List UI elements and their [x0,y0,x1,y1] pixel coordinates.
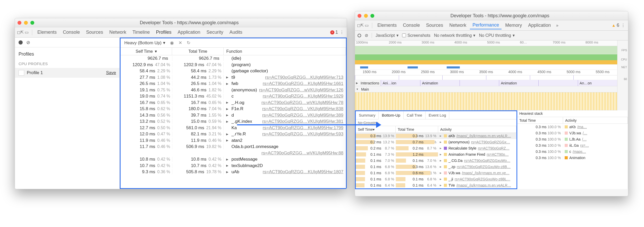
expand-icon[interactable]: ▶ [440,135,442,137]
source-link[interactable]: rs=ACT90oGqRZGG…VKUIgM95Hw:381 [262,119,346,124]
source-link[interactable]: rs=ACT90oGqRZGG…KUIgM95Hw:1807 [263,169,346,174]
tab-application[interactable]: Application [175,29,203,36]
tab-sources[interactable]: Sources [423,22,446,29]
inspect-icon[interactable]: ◻⇱ [357,23,363,28]
tab-performance[interactable]: Performance [470,21,502,29]
tab-elements[interactable]: Elements [375,22,399,29]
error-badge[interactable]: ×1 [330,30,338,35]
source-link[interactable]: /ma… [577,125,587,129]
expand-icon[interactable]: ▶ [355,82,359,84]
restore-icon[interactable]: ↻ [187,40,190,46]
cpu-overview[interactable] [355,54,617,65]
tab-event-log[interactable]: Event Log [426,111,450,119]
table-row[interactable]: 0.1 ms7.3 %1.2 ms64.7 %▶Animation Frame … [356,151,516,158]
source-link[interactable]: rs=ACT90oGqRZGG…wVKUIgM95Hw:126 [259,88,346,93]
expand-icon[interactable]: ▶ [226,133,229,136]
source-link[interactable]: rs=ACT90oGqRZGGxuWo-z8B… [457,165,511,169]
table-row[interactable]: 19.1 ms0.75 %46.6 ms1.82 %(anonymous)rs=… [121,87,346,93]
interactions-track[interactable]: ▶ Interactions Ani…ion Animation Animati… [355,80,617,86]
source-link[interactable]: /… [583,131,587,135]
collapse-icon[interactable]: ▼ [355,88,360,91]
col-total-time[interactable]: Total Time [396,126,438,133]
table-row[interactable]: 0.3 ms100.0 %aKb /ma… [517,124,628,130]
table-row[interactable]: 0.1 ms6.8 %0.6 ms34.1 %▶VJb.wa /maps/_/j… [356,170,516,176]
minimize-icon[interactable] [364,14,368,18]
expand-icon[interactable]: ▶ [226,114,229,117]
table-row[interactable]: 0.2 ms8.7 %0.2 ms8.7 %▶Recalculate Style… [356,145,516,151]
tab-memory[interactable]: Memory [503,22,524,29]
table-row[interactable]: 0.1 ms6.8 %0.3 ms13.6 %▶_.zp rs=ACT90oGq… [356,164,516,170]
device-icon[interactable]: ▭ [364,23,369,28]
table-row[interactable]: 0.1 ms6.8 %0.1 ms6.8 %▶_.ji rs=ACT90oGqR… [356,176,516,182]
clear-icon[interactable]: ⊘ [365,33,368,38]
table-row[interactable]: 0.3 ms100.0 %c /maps… [517,149,628,155]
source-link[interactable]: /maps/_/js/k=maps.m.en.yeALR… [456,183,511,187]
expand-icon[interactable]: ▶ [226,139,229,142]
expand-icon[interactable]: ▶ [226,76,229,79]
table-row[interactable]: 15.8 ms0.62 %180.0 ms7.04 %▶F1e.Rrs=ACT9… [121,106,346,112]
expand-icon[interactable]: ▶ [226,164,229,167]
main-track-header[interactable]: ▼ Main [355,86,617,92]
table-row[interactable]: 0.3 ms100.0 %VJb.wa /… [517,130,628,136]
source-link[interactable]: /… [582,137,587,141]
minimize-icon[interactable] [24,21,28,25]
source-link[interactable]: /maps… [573,150,586,154]
table-row[interactable]: 10.8 ms0.42 %10.8 ms0.42 %▶postMessage [121,156,346,163]
table-row[interactable]: 0.3 ms100.0 %Animation [517,155,628,161]
source-link[interactable]: rs=ACT90oGqRZGGxuWo… [464,159,510,163]
table-row[interactable]: 0.2 ms13.2 %0.7 ms38.4 %▶(anonymous) rs=… [356,139,516,145]
source-link[interactable]: rs=ACT90oGqRZGG…wVKUIgM95Hw:88 [261,151,346,156]
flame-chart[interactable] [355,92,617,110]
expand-icon[interactable]: ▶ [226,120,229,123]
expand-icon[interactable]: ▶ [440,159,442,162]
table-row[interactable]: 0.1 ms7.0 %0.1 ms7.0 %▶_.CG.Da rs=ACT90o… [356,158,516,164]
detail-ruler[interactable]: 1500 ms2000 ms2500 ms3000 ms3500 ms4000 … [355,70,617,75]
tab-elements[interactable]: Elements [35,29,59,36]
table-row[interactable]: 1202.9 ms47.04 %1202.9 ms47.04 %(program… [121,62,346,68]
source-link[interactable]: rs=… [580,143,589,147]
source-link[interactable]: rs=ACT90oGqRZGG…KUIgM95Hw:713 [265,75,346,80]
exclude-icon[interactable]: ✕ [179,40,182,46]
cpu-throttle-select[interactable]: No CPU throttling ▾ [479,33,515,38]
tab-audits[interactable]: Audits [227,29,245,36]
table-row[interactable]: 9626.7 ms9626.7 ms(idle) [121,55,346,62]
save-link[interactable]: Save [106,70,116,75]
source-link[interactable]: rs=ACT90oGqRZGG…VKUIgM95Hw:389 [262,113,346,118]
close-icon[interactable] [18,21,21,25]
source-link[interactable]: rs=ACT90oGqRZGG…KUIgM95Hw:1661 [263,81,346,86]
source-link[interactable]: rs=ACT90oGqRZGG…KUIgM95Hw:1799 [263,125,346,130]
table-row[interactable]: rs=ACT90oGqRZGG…wVKUIgM95Hw:88 [121,150,346,156]
kebab-icon[interactable]: ⋮ [620,23,626,28]
traffic-lights[interactable] [358,14,374,18]
tab-sources[interactable]: Sources [83,29,106,36]
table-row[interactable]: 13.2 ms0.52 %15.0 ms0.59 %▶_.gK.indexrs=… [121,118,346,125]
table-row[interactable]: 12.0 ms0.47 %82.1 ms3.21 %▶_.rYe.Rrs=ACT… [121,131,346,137]
scope-select[interactable]: JavaScript ▾ [376,33,399,38]
record-icon[interactable] [19,40,23,45]
tab-network[interactable]: Network [447,22,469,29]
source-link[interactable]: rs=ACT90oGqRZGGxuWo-z8BL… [455,177,510,181]
source-link[interactable]: rs=ACT90oGqRZ… [478,146,510,150]
source-link[interactable]: rs=ACT90o… [487,152,509,156]
table-row[interactable]: 58.4 ms2.29 %58.4 ms2.29 %(garbage colle… [121,68,346,74]
source-link[interactable]: rs=ACT90oGqRZGG…wVKUIgM95Hw:78 [261,100,346,105]
screenshots-checkbox[interactable]: Screenshots [402,33,430,38]
inspect-icon[interactable]: ◻⇱ [17,30,23,35]
more-tabs-icon[interactable]: » [554,23,560,28]
activity-strip[interactable] [355,75,617,80]
expand-icon[interactable]: ▶ [440,172,442,174]
network-throttle-select[interactable]: No network throttling ▾ [434,33,476,38]
expand-icon[interactable]: ▶ [226,101,229,104]
expand-icon[interactable]: ▶ [226,170,229,174]
col-total-time[interactable]: Total Time [517,117,563,124]
table-row[interactable]: 0.1 ms6.4 %0.1 ms6.4 %▶TVe /maps/_/js/k=… [356,182,516,188]
source-link[interactable]: /maps/_/js/k=maps.m.en.ye… [462,171,510,175]
expand-icon[interactable]: ▶ [226,82,229,85]
table-row[interactable]: 11.7 ms0.46 %506.9 ms19.82 %Oda.b.port1.… [121,144,346,150]
col-self-time[interactable]: Self Time ▾ [121,48,172,55]
table-row[interactable]: 16.7 ms0.65 %16.7 ms0.65 %▶_.H.ogrs=ACT9… [121,100,346,106]
kebab-icon[interactable]: ⋮ [339,30,345,35]
record-icon[interactable] [358,34,361,37]
net-overview[interactable] [355,65,617,70]
source-link[interactable]: rs=ACT90oGqRZGGx… [471,140,510,144]
